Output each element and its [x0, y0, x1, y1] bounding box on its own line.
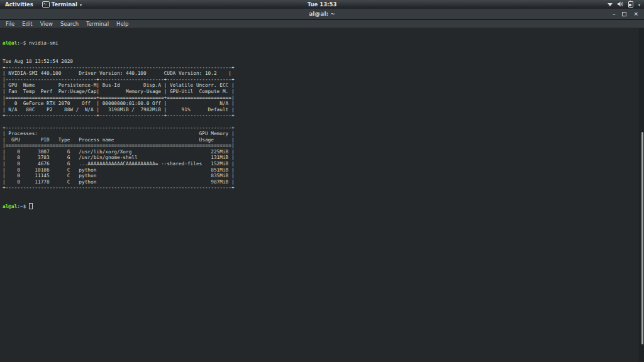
scrollbar-thumb[interactable] — [641, 132, 643, 344]
terminal-content[interactable]: al@al:~$ nvidia-smi Tue Aug 18 13:52:54 … — [0, 28, 644, 362]
window-title: al@al: ~ — [309, 11, 335, 17]
clock[interactable]: Tue 13:53 — [308, 0, 337, 9]
close-button[interactable]: × — [633, 11, 638, 17]
menu-bar: File Edit View Search Terminal Help — [0, 20, 644, 28]
menu-help[interactable]: Help — [113, 21, 132, 27]
menu-search[interactable]: Search — [57, 21, 82, 27]
command-line: al@al:~$ nvidia-smi — [3, 40, 644, 47]
activities-button[interactable]: Activities — [5, 1, 33, 8]
maximize-button[interactable] — [622, 12, 626, 16]
minimize-button[interactable]: – — [613, 11, 616, 17]
app-menu-terminal[interactable]: >_ Terminal ▾ — [42, 1, 82, 8]
window-controls: – × — [613, 9, 638, 19]
prompt-dollar: $ — [23, 204, 29, 210]
terminal-cursor — [29, 203, 33, 209]
prompt-dollar: $ — [23, 40, 29, 46]
network-icon — [608, 3, 613, 6]
volume-icon — [618, 1, 623, 8]
menu-edit[interactable]: Edit — [18, 21, 36, 27]
terminal-app-icon: >_ — [42, 1, 50, 8]
scrollbar-track[interactable] — [639, 28, 644, 362]
prompt-user: al@al — [3, 204, 17, 210]
battery-icon — [628, 1, 633, 8]
prompt-line: al@al:~$ — [3, 203, 644, 210]
chevron-down-icon: ▾ — [80, 3, 82, 7]
command-text: nvidia-smi — [29, 40, 58, 46]
nvidia-smi-output: Tue Aug 18 13:52:54 2020 +--------------… — [3, 58, 644, 191]
app-menu-label: Terminal — [52, 1, 77, 8]
menu-terminal[interactable]: Terminal — [82, 21, 113, 27]
system-status-area[interactable]: ▾ — [608, 0, 640, 9]
menu-view[interactable]: View — [36, 21, 57, 27]
window-titlebar[interactable]: al@al: ~ – × — [0, 9, 644, 20]
prompt-user: al@al — [3, 40, 17, 46]
desktop: Activities >_ Terminal ▾ Tue 13:53 ▾ al@… — [0, 0, 644, 362]
gnome-top-bar: Activities >_ Terminal ▾ Tue 13:53 ▾ — [0, 0, 644, 9]
chevron-down-icon: ▾ — [638, 3, 640, 7]
menu-file[interactable]: File — [2, 21, 18, 27]
